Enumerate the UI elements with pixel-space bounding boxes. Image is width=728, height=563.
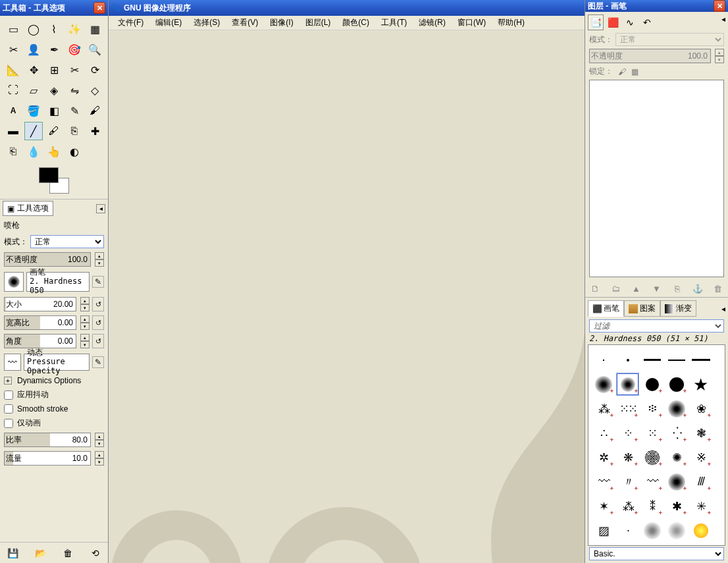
brush-item[interactable]: ❀+ <box>690 398 712 419</box>
flow-slider[interactable]: 流量 10.0 <box>4 451 91 466</box>
brush-item[interactable]: + <box>641 446 663 468</box>
brush-item[interactable]: ❋+ <box>617 446 638 468</box>
fg-color-swatch[interactable] <box>39 167 59 183</box>
brush-item[interactable]: ❃+ <box>690 422 712 444</box>
tool-ink[interactable]: 🖋 <box>45 122 63 140</box>
brush-item[interactable] <box>641 349 663 371</box>
upper-dock-menu[interactable]: ◂ <box>721 14 725 30</box>
tab-patterns[interactable]: 图案 <box>624 300 660 317</box>
brush-item[interactable]: + <box>592 373 614 395</box>
brush-item[interactable]: 〰+ <box>641 471 663 493</box>
dynamics-preview[interactable]: 〰 <box>4 354 21 371</box>
tool-text[interactable]: A <box>4 101 22 120</box>
brush-grid-scroll[interactable]: + + + + ★ ⁂+ ⁙⁙+ ፨+ + ❀+ ∴+ ⁘+ ⁙+ ⁛+ ❃+ … <box>588 344 725 546</box>
rate-spinner[interactable]: ▴▾ <box>95 433 104 447</box>
tool-paintbrush[interactable]: 🖌 <box>86 101 104 120</box>
tool-perspective-clone[interactable]: ⎗ <box>4 142 22 161</box>
brush-item[interactable] <box>617 349 638 371</box>
tab-brushes[interactable]: ⬛ 画笔 <box>588 300 624 317</box>
tab-paths-icon[interactable]: ∿ <box>622 14 638 30</box>
motion-only-checkbox[interactable] <box>4 419 13 428</box>
angle-slider[interactable]: 角度 0.00 <box>4 334 76 348</box>
brush-item[interactable]: ⁙+ <box>641 422 663 444</box>
tool-eraser[interactable]: ▬ <box>4 122 22 140</box>
brush-item[interactable]: + <box>641 373 663 395</box>
brush-item[interactable]: ▨ <box>592 520 614 541</box>
tool-move[interactable]: ✥ <box>24 61 43 79</box>
tool-perspective[interactable]: ◈ <box>45 81 63 99</box>
brush-item[interactable] <box>665 520 687 541</box>
close-icon[interactable]: ✕ <box>714 0 725 12</box>
brush-item[interactable]: ✲+ <box>592 446 614 468</box>
brush-item[interactable]: ※+ <box>690 446 712 468</box>
brush-item[interactable]: ✺+ <box>665 446 687 468</box>
tool-zoom[interactable]: 🔍 <box>86 40 104 59</box>
tab-undo-icon[interactable]: ↶ <box>639 14 655 30</box>
menu-layer[interactable]: 图层(L) <box>300 16 336 30</box>
tool-scissors[interactable]: ✂ <box>4 40 22 59</box>
tool-align[interactable]: ⊞ <box>45 61 63 79</box>
tool-paths[interactable]: ✒ <box>45 40 63 59</box>
tool-bucket-fill[interactable]: 🪣 <box>24 101 43 120</box>
lower-layer-button[interactable]: ▼ <box>649 281 663 296</box>
group-layer-button[interactable]: 🗂 <box>608 281 623 296</box>
opacity-slider[interactable]: 不透明度 100.0 <box>4 252 91 267</box>
smooth-checkbox[interactable] <box>4 404 13 414</box>
tool-heal[interactable]: ✚ <box>86 122 104 140</box>
raise-layer-button[interactable]: ▲ <box>629 281 643 296</box>
brush-item[interactable]: ⁙⁙+ <box>617 398 638 419</box>
lock-pixels-icon[interactable]: 🖌 <box>618 67 626 76</box>
brush-item[interactable] <box>592 349 614 371</box>
menu-help[interactable]: 帮助(H) <box>492 16 530 30</box>
tool-smudge[interactable]: 👆 <box>45 142 63 161</box>
brush-item[interactable]: ∴+ <box>592 422 614 444</box>
layer-list[interactable] <box>589 80 724 277</box>
tool-scale[interactable]: ⛶ <box>4 81 22 99</box>
brush-filter-select[interactable]: 过滤 <box>589 319 724 333</box>
aspect-reset-button[interactable]: ↺ <box>92 315 104 330</box>
mode-select[interactable]: 正常 <box>30 235 104 248</box>
dock-menu-button[interactable]: ◂ <box>96 204 105 213</box>
menu-edit[interactable]: 编辑(E) <box>150 16 187 30</box>
tab-layers-icon[interactable]: 📑 <box>588 14 604 30</box>
canvas-area[interactable] <box>109 30 585 563</box>
brush-item[interactable]: 〃+ <box>617 471 638 493</box>
opacity-spinner[interactable]: ▴▾ <box>95 252 104 267</box>
aspect-slider[interactable]: 宽高比 0.00 <box>4 315 76 330</box>
close-icon[interactable]: ✕ <box>93 2 105 14</box>
brush-item[interactable]: ✱+ <box>665 495 687 517</box>
save-preset-icon[interactable]: 💾 <box>7 547 18 559</box>
angle-reset-button[interactable]: ↺ <box>92 334 104 348</box>
jitter-checkbox[interactable] <box>4 390 13 400</box>
tool-airbrush[interactable]: ╱ <box>24 122 43 140</box>
tab-channels-icon[interactable]: 🟥 <box>605 14 621 30</box>
brush-item[interactable]: ✳+ <box>690 495 712 517</box>
rate-slider[interactable]: 比率 80.0 <box>4 433 91 447</box>
brush-item[interactable]: ⁂+ <box>592 398 614 419</box>
menu-tools[interactable]: 工具(T) <box>376 16 412 30</box>
tool-free-select[interactable]: ⌇ <box>45 20 63 38</box>
anchor-layer-button[interactable]: ⚓ <box>690 281 705 296</box>
dynamics-selector[interactable]: 动态 Pressure Opacity <box>24 354 90 371</box>
delete-layer-button[interactable]: 🗑 <box>711 281 725 296</box>
tool-measure[interactable]: 📐 <box>4 61 22 79</box>
menu-view[interactable]: 查看(V) <box>226 16 263 30</box>
tool-blend[interactable]: ◧ <box>45 101 63 120</box>
restore-preset-icon[interactable]: 📂 <box>34 547 46 559</box>
tool-rotate[interactable]: ⟳ <box>86 61 104 79</box>
tool-blur[interactable]: 💧 <box>24 142 43 161</box>
brush-selector[interactable]: 画笔 2. Hardness 050 <box>26 272 90 292</box>
tool-foreground[interactable]: 👤 <box>24 40 43 59</box>
menu-filters[interactable]: 滤镜(R) <box>413 16 451 30</box>
brush-item[interactable]: ///+ <box>690 471 712 493</box>
tool-shear[interactable]: ▱ <box>24 81 43 99</box>
layer-mode-select[interactable]: 正常 <box>615 33 724 46</box>
brush-item[interactable]: 〰+ <box>592 471 614 493</box>
menu-select[interactable]: 选择(S) <box>188 16 225 30</box>
brush-preview-button[interactable] <box>4 272 24 292</box>
layer-opacity-slider[interactable]: 不透明度 100.0 <box>589 49 711 63</box>
aspect-spinner[interactable]: ▴▾ <box>80 315 90 330</box>
brush-item[interactable]: ⁑+ <box>641 495 663 517</box>
edit-dynamics-icon[interactable]: ✎ <box>92 356 104 368</box>
brush-item[interactable]: + <box>665 398 687 419</box>
